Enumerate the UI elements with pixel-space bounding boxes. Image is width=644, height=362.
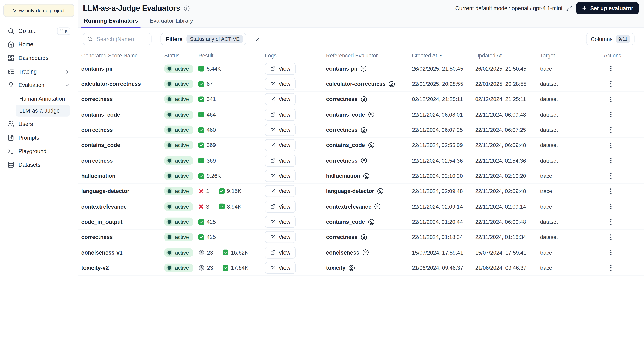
clear-filters-button[interactable] bbox=[252, 34, 263, 44]
row-actions-button[interactable] bbox=[605, 94, 616, 105]
sidebar-item-llm-as-a-judge[interactable]: LLM-as-a-Judge bbox=[16, 105, 70, 117]
sidebar-item-playground[interactable]: Playground bbox=[4, 145, 74, 158]
row-actions-button[interactable] bbox=[605, 140, 616, 151]
table-row[interactable]: contains_codeactive369Viewcontains_code2… bbox=[78, 138, 644, 153]
row-actions-button[interactable] bbox=[605, 217, 616, 227]
table-row[interactable]: hallucinationactive9.26KViewhallucinatio… bbox=[78, 168, 644, 184]
row-actions-button[interactable] bbox=[605, 263, 616, 273]
table-row[interactable]: contains_codeactive464Viewcontains_code2… bbox=[78, 107, 644, 122]
updated-at: 22/11/2024, 06:09:48 bbox=[475, 142, 540, 148]
view-logs-button[interactable]: View bbox=[265, 155, 296, 167]
status-badge: active bbox=[164, 80, 193, 88]
referenced-evaluator-name[interactable]: correctness bbox=[326, 157, 358, 164]
view-logs-button[interactable]: View bbox=[265, 63, 296, 75]
sidebar-item-tracing[interactable]: Tracing bbox=[4, 65, 74, 78]
view-logs-button[interactable]: View bbox=[265, 93, 296, 105]
referenced-evaluator-name[interactable]: correctness bbox=[326, 96, 358, 102]
table-row[interactable]: contextrelevanceactive38.94KViewcontextr… bbox=[78, 199, 644, 214]
sidebar-item-goto[interactable]: Go to... ⌘ K bbox=[4, 24, 74, 38]
column-header-target[interactable]: Target bbox=[540, 53, 600, 59]
view-logs-button[interactable]: View bbox=[265, 231, 296, 243]
view-logs-button[interactable]: View bbox=[265, 262, 296, 274]
sidebar-item-home[interactable]: Home bbox=[4, 38, 74, 51]
result-count: 369 bbox=[207, 157, 216, 164]
status-dot bbox=[166, 234, 172, 240]
referenced-evaluator-name[interactable]: contains_code bbox=[326, 111, 365, 118]
table-row[interactable]: correctnessactive369Viewcorrectness22/11… bbox=[78, 153, 644, 168]
table-row[interactable]: conciseness-v1active2316.62KViewconcisen… bbox=[78, 245, 644, 260]
column-header-referenced-evaluator[interactable]: Referenced Evaluator bbox=[326, 53, 412, 59]
referenced-evaluator-name[interactable]: calculator-correctness bbox=[326, 81, 386, 87]
table-row[interactable]: contains-piiactive5.44KViewcontains-pii2… bbox=[78, 61, 644, 76]
table-row[interactable]: language-detectoractive19.15KViewlanguag… bbox=[78, 184, 644, 199]
default-model-text: Current default model: openai / gpt-4.1-… bbox=[455, 5, 562, 11]
row-actions-button[interactable] bbox=[605, 201, 616, 212]
referenced-evaluator-name[interactable]: contextrelevance bbox=[326, 203, 372, 210]
row-actions-button[interactable] bbox=[605, 63, 616, 74]
row-actions-button[interactable] bbox=[605, 155, 616, 166]
sidebar-item-evaluation[interactable]: Evaluation bbox=[4, 78, 74, 92]
tab-evaluator-library[interactable]: Evaluator Library bbox=[149, 16, 194, 27]
row-actions-button[interactable] bbox=[605, 247, 616, 258]
users-icon bbox=[7, 121, 14, 128]
row-actions-button[interactable] bbox=[605, 232, 616, 243]
referenced-evaluator-name[interactable]: conciseness bbox=[326, 249, 359, 256]
referenced-evaluator-name[interactable]: language-detector bbox=[326, 188, 374, 194]
created-at: 22/11/2024, 02:54:36 bbox=[412, 157, 475, 164]
table-row[interactable]: toxicity-v2active2317.64KViewtoxicity21/… bbox=[78, 261, 644, 276]
column-header-updated-at[interactable]: Updated At bbox=[475, 53, 540, 59]
sidebar-item-datasets[interactable]: Datasets bbox=[4, 158, 74, 172]
column-header-name[interactable]: Generated Score Name bbox=[81, 53, 164, 59]
column-header-created-at[interactable]: Created At▼ bbox=[412, 53, 475, 59]
table-row[interactable]: calculator-correctnessactive67Viewcalcul… bbox=[78, 76, 644, 92]
referenced-evaluator-name[interactable]: correctness bbox=[326, 234, 358, 240]
status-badge: active bbox=[164, 218, 193, 226]
view-logs-button[interactable]: View bbox=[265, 109, 296, 121]
default-model-value: openai / gpt-4.1-mini bbox=[512, 5, 562, 11]
row-actions-button[interactable] bbox=[605, 79, 616, 89]
table-row[interactable]: correctnessactive425Viewcorrectness22/11… bbox=[78, 230, 644, 245]
info-icon[interactable] bbox=[184, 5, 190, 11]
referenced-evaluator-name[interactable]: toxicity bbox=[326, 265, 346, 271]
table-row[interactable]: correctnessactive460Viewcorrectness22/11… bbox=[78, 122, 644, 138]
view-logs-button[interactable]: View bbox=[265, 170, 296, 182]
referenced-evaluator-name[interactable]: hallucination bbox=[326, 173, 360, 179]
view-logs-button[interactable]: View bbox=[265, 78, 296, 90]
column-header-logs[interactable]: Logs bbox=[265, 53, 326, 59]
status-badge: active bbox=[164, 264, 193, 272]
sidebar-item-prompts[interactable]: Prompts bbox=[4, 131, 74, 145]
table-row[interactable]: correctnessactive341Viewcorrectness02/12… bbox=[78, 92, 644, 107]
view-logs-button[interactable]: View bbox=[265, 139, 296, 151]
sidebar-item-human-annotation[interactable]: Human Annotation bbox=[16, 93, 70, 105]
table-row[interactable]: code_in_outputactive425Viewcontains_code… bbox=[78, 214, 644, 230]
sidebar-item-label: Evaluation bbox=[18, 82, 44, 88]
referenced-evaluator-name[interactable]: correctness bbox=[326, 127, 358, 133]
view-logs-button[interactable]: View bbox=[265, 124, 296, 136]
view-logs-button[interactable]: View bbox=[265, 247, 296, 259]
view-logs-button[interactable]: View bbox=[265, 185, 296, 197]
column-header-status[interactable]: Status bbox=[164, 53, 198, 59]
sidebar-item-dashboards[interactable]: Dashboards bbox=[4, 51, 74, 65]
row-actions-button[interactable] bbox=[605, 171, 616, 181]
demo-project-link[interactable]: demo project bbox=[36, 8, 64, 13]
sidebar-item-users[interactable]: Users bbox=[4, 117, 74, 131]
columns-button[interactable]: Columns 9/11 bbox=[586, 33, 635, 45]
column-header-result[interactable]: Result bbox=[198, 53, 265, 59]
sidebar-item-label: Users bbox=[18, 121, 33, 127]
view-logs-button[interactable]: View bbox=[265, 201, 296, 213]
user-circle-icon bbox=[360, 234, 367, 241]
updated-at: 15/07/2024, 17:59:41 bbox=[475, 249, 540, 256]
row-actions-button[interactable] bbox=[605, 125, 616, 135]
edit-model-icon[interactable] bbox=[566, 5, 572, 11]
set-up-evaluator-button[interactable]: Set up evaluator bbox=[576, 2, 639, 14]
referenced-evaluator-name[interactable]: contains_code bbox=[326, 219, 365, 225]
referenced-evaluator-name[interactable]: contains_code bbox=[326, 142, 365, 148]
referenced-evaluator-name[interactable]: contains-pii bbox=[326, 65, 357, 72]
view-logs-button[interactable]: View bbox=[265, 216, 296, 228]
tab-running-evaluators[interactable]: Running Evaluators bbox=[83, 16, 139, 27]
result-segment: 341 bbox=[198, 96, 216, 102]
search-input[interactable] bbox=[96, 35, 148, 42]
filters-button[interactable]: Filters Status any of ACTIVE bbox=[161, 33, 246, 45]
row-actions-button[interactable] bbox=[605, 186, 616, 197]
row-actions-button[interactable] bbox=[605, 109, 616, 120]
